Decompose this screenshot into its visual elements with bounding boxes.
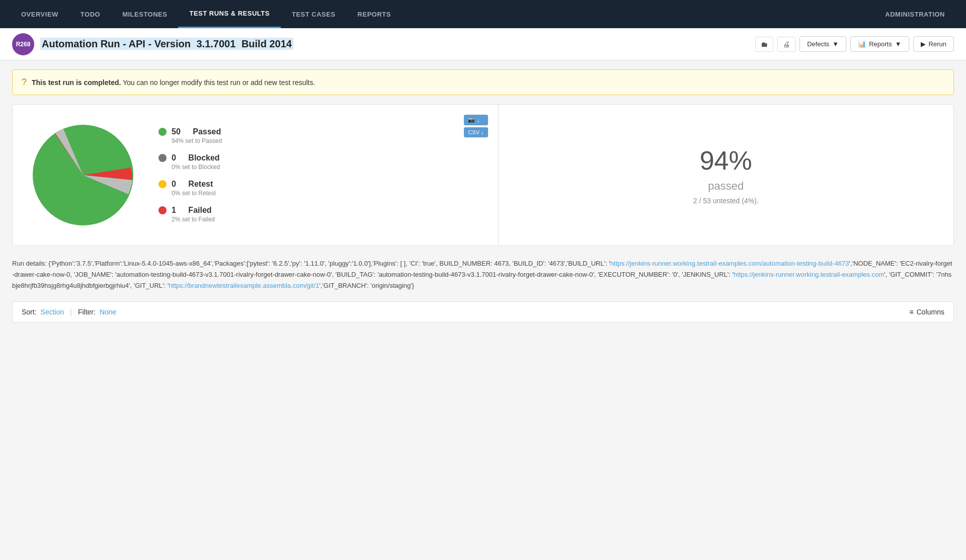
- git-url-link[interactable]: https://brandnewtestrailexample.assembla…: [169, 282, 319, 289]
- defects-label: Defects: [807, 40, 829, 48]
- defects-dropdown-icon: ▼: [832, 40, 839, 48]
- columns-icon: ≡: [910, 308, 914, 316]
- columns-label: Columns: [917, 308, 944, 316]
- title-suffix: Build 2014: [237, 38, 293, 50]
- reports-chart-icon: 📊: [858, 40, 866, 48]
- nav-test-runs[interactable]: TEST RUNS & RESULTS: [178, 0, 281, 28]
- legend: 50 Passed 94% set to Passed 0 Blocked 0%…: [158, 127, 222, 223]
- failed-dot: [158, 206, 167, 214]
- legend-blocked: 0 Blocked 0% set to Blocked: [158, 153, 222, 171]
- nav-administration[interactable]: ADMINISTRATION: [874, 0, 956, 28]
- print-button[interactable]: 🖨: [777, 37, 795, 52]
- defects-button[interactable]: Defects ▼: [799, 36, 846, 52]
- nav-milestones[interactable]: MILESTONES: [111, 0, 178, 28]
- page-title: Automation Run - API - Version 3.1.7001 …: [40, 38, 749, 50]
- passed-word: passed: [708, 180, 744, 193]
- rerun-icon: ▶: [921, 40, 926, 48]
- pie-chart: [28, 120, 138, 230]
- rerun-button[interactable]: ▶ Rerun: [913, 36, 954, 52]
- csv-label: CSV: [468, 129, 479, 135]
- title-prefix: Automation Run - API - Version: [40, 38, 195, 50]
- failed-pct: 2% set to Failed: [172, 216, 222, 223]
- columns-button[interactable]: ≡ Columns: [910, 308, 944, 316]
- filter-label: Filter:: [78, 308, 96, 316]
- blocked-count: 0: [172, 153, 176, 163]
- pass-percent: 94%: [700, 145, 752, 176]
- jenkins-url-link[interactable]: https://jenkins-runner.working.testrail-…: [734, 271, 884, 278]
- reports-dropdown-icon: ▼: [895, 40, 902, 48]
- failed-label: Failed: [188, 206, 211, 215]
- header-actions: 🖿 🖨 Defects ▼ 📊 Reports ▼ ▶ Rerun: [755, 36, 954, 52]
- sort-label: Sort:: [22, 308, 37, 316]
- blocked-pct: 0% set to Blocked: [172, 164, 222, 171]
- csv-download-button[interactable]: CSV ↓: [464, 127, 488, 137]
- passed-pct: 94% set to Passed: [172, 137, 222, 144]
- legend-failed: 1 Failed 2% set to Failed: [158, 206, 222, 223]
- run-details-prefix: Run details: {'Python':'3.7.5','Platform…: [12, 260, 610, 267]
- stats-panel: 50 Passed 94% set to Passed 0 Blocked 0%…: [12, 104, 954, 246]
- header-bar: R268 Automation Run - API - Version 3.1.…: [0, 28, 966, 60]
- notice-icon: ?: [22, 77, 27, 88]
- passed-count: 50: [172, 127, 181, 136]
- download-icons: 📷 ↓ CSV ↓: [464, 115, 488, 137]
- separator: |: [70, 308, 72, 316]
- retest-count: 0: [172, 180, 176, 189]
- blocked-dot: [158, 154, 167, 162]
- reports-label: Reports: [869, 40, 892, 48]
- nav-overview[interactable]: OVERVIEW: [10, 0, 69, 28]
- retest-pct: 0% set to Retest: [172, 190, 222, 197]
- sort-filter-bar: Sort: Section | Filter: None ≡ Columns: [12, 301, 954, 323]
- nav-reports[interactable]: REPORTS: [347, 0, 402, 28]
- sort-value[interactable]: Section: [41, 308, 64, 316]
- export-icon: 🖿: [761, 40, 768, 48]
- nav-test-cases[interactable]: TEST CASES: [281, 0, 347, 28]
- rerun-label: Rerun: [929, 40, 946, 48]
- legend-passed: 50 Passed 94% set to Passed: [158, 127, 222, 144]
- passed-dot: [158, 128, 167, 136]
- image-icon: 📷: [468, 117, 475, 123]
- image-download-button[interactable]: 📷 ↓: [464, 115, 488, 125]
- reports-button[interactable]: 📊 Reports ▼: [850, 36, 909, 52]
- run-badge: R268: [12, 33, 34, 55]
- retest-label: Retest: [188, 180, 213, 189]
- passed-label: Passed: [193, 127, 221, 136]
- build-url-link[interactable]: https://jenkins-runner.working.testrail-…: [610, 260, 849, 267]
- main-content: 50 Passed 94% set to Passed 0 Blocked 0%…: [0, 104, 966, 335]
- download-arrow-2: ↓: [481, 129, 484, 135]
- notice-text: This test run is completed. You can no l…: [32, 78, 315, 87]
- stats-right: 94% passed 2 / 53 untested (4%).: [499, 105, 954, 246]
- untested-count: 2 / 53 untested (4%).: [693, 197, 759, 205]
- print-icon: 🖨: [783, 40, 790, 48]
- failed-count: 1: [172, 206, 176, 215]
- stats-left: 50 Passed 94% set to Passed 0 Blocked 0%…: [13, 105, 498, 246]
- main-nav: OVERVIEW TODO MILESTONES TEST RUNS & RES…: [0, 0, 966, 28]
- nav-todo[interactable]: TODO: [69, 0, 111, 28]
- run-details-tail: ','GIT_BRANCH': 'origin/staging'}: [319, 282, 414, 289]
- filter-value[interactable]: None: [100, 308, 116, 316]
- download-arrow-1: ↓: [476, 117, 479, 123]
- blocked-label: Blocked: [188, 153, 219, 163]
- export-button[interactable]: 🖿: [755, 37, 773, 52]
- title-version: 3.1.7001: [195, 38, 237, 50]
- completion-notice: ? This test run is completed. You can no…: [12, 69, 954, 95]
- legend-retest: 0 Retest 0% set to Retest: [158, 180, 222, 197]
- notice-bold: This test run is completed.: [32, 78, 121, 87]
- retest-dot: [158, 180, 167, 188]
- run-details: Run details: {'Python':'3.7.5','Platform…: [12, 258, 954, 291]
